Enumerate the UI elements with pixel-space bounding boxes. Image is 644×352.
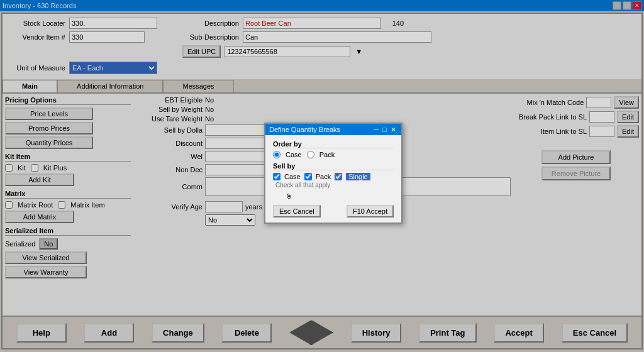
modal-minimize-icon[interactable]: ─ — [373, 126, 380, 134]
sell-single-label: Single — [346, 173, 370, 180]
modal-btn-row: Esc Cancel F10 Accept — [273, 205, 394, 217]
define-quantity-breaks-modal: Define Quantity Breaks ─ □ ✕ Order by Ca… — [264, 123, 402, 224]
modal-title: Define Quantity Breaks — [269, 126, 340, 133]
modal-maximize-icon[interactable]: □ — [381, 126, 388, 134]
order-case-label: Case — [286, 151, 302, 158]
sell-case-checkbox[interactable] — [273, 173, 280, 180]
sell-case-label: Case — [284, 173, 301, 180]
order-pack-radio[interactable] — [307, 151, 314, 158]
sell-by-row: Case Pack Single — [273, 173, 394, 180]
modal-close-icon[interactable]: ✕ — [389, 126, 397, 134]
modal-note: Check all that apply — [273, 182, 394, 189]
modal-esc-button[interactable]: Esc Cancel — [273, 205, 321, 217]
order-case-radio[interactable] — [273, 151, 280, 158]
order-by-row: Case Pack — [273, 151, 394, 158]
modal-overlay: Define Quantity Breaks ─ □ ✕ Order by Ca… — [0, 0, 644, 352]
order-pack-label: Pack — [319, 151, 335, 158]
sell-by-label: Sell by — [273, 162, 394, 170]
sell-single-checkbox[interactable] — [335, 173, 342, 180]
sell-pack-label: Pack — [316, 173, 331, 180]
modal-content: Order by Case Pack Sell by Case Pack Sin… — [265, 135, 401, 223]
order-by-label: Order by — [273, 140, 394, 148]
modal-titlebar: Define Quantity Breaks ─ □ ✕ — [265, 124, 401, 135]
modal-f10-button[interactable]: F10 Accept — [347, 205, 394, 217]
sell-pack-checkbox[interactable] — [304, 173, 312, 180]
